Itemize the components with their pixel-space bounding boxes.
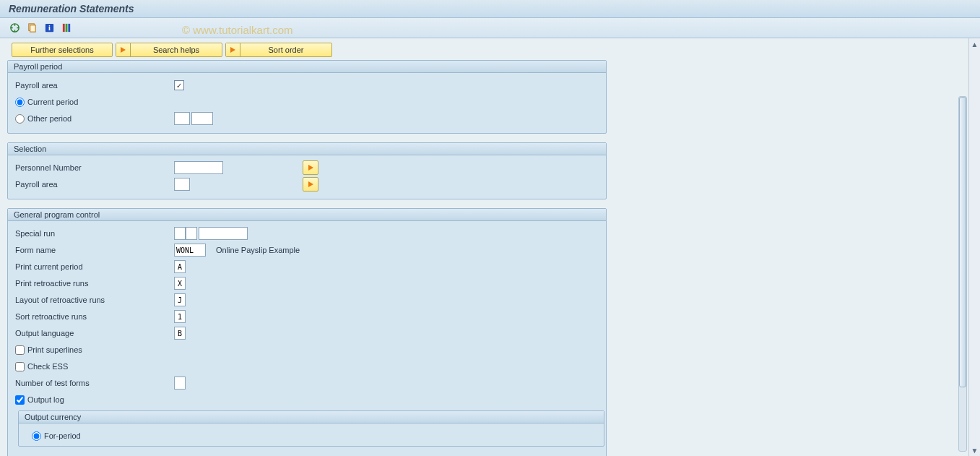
sort-order-button[interactable]: Sort order <box>225 43 332 57</box>
other-period-input-1[interactable] <box>174 112 190 125</box>
button-label: Sort order <box>240 46 331 54</box>
other-period-input-2[interactable] <box>191 112 213 125</box>
group-title: Output currency <box>19 411 604 423</box>
other-period-radio[interactable] <box>15 114 25 124</box>
personnel-number-more-button[interactable] <box>303 160 318 175</box>
print-superlines-checkbox[interactable] <box>15 345 25 355</box>
print-current-period-label: Print current period <box>14 262 174 271</box>
info-icon[interactable]: i <box>43 22 55 34</box>
inner-vertical-scrollbar[interactable] <box>958 96 967 452</box>
scroll-down-icon[interactable]: ▼ <box>969 444 981 456</box>
payroll-area-checkbox[interactable]: ✓ <box>174 80 184 90</box>
svg-rect-6 <box>65 24 67 32</box>
checkbox-label: Print superlines <box>27 345 82 354</box>
svg-rect-5 <box>62 24 64 32</box>
output-language-label: Output language <box>14 329 174 337</box>
special-run-input-2[interactable] <box>186 227 197 240</box>
selection-group: Selection Personnel Number Payroll area <box>7 142 607 199</box>
vertical-scrollbar[interactable]: ▲ ▼ <box>968 38 980 456</box>
app-toolbar: i <box>0 18 980 38</box>
scroll-up-icon[interactable]: ▲ <box>969 38 981 50</box>
special-run-input-1[interactable] <box>174 227 186 240</box>
special-run-label: Special run <box>14 229 174 238</box>
svg-rect-2 <box>30 25 35 32</box>
form-name-description: Online Payslip Example <box>216 246 300 254</box>
special-run-input-3[interactable] <box>199 227 248 240</box>
output-log-checkbox[interactable] <box>15 395 25 405</box>
arrow-right-icon <box>121 47 126 53</box>
group-title: General program control <box>8 209 606 221</box>
checkbox-label: Check ESS <box>27 362 68 371</box>
payroll-area-more-button[interactable] <box>303 177 318 192</box>
radio-label: Current period <box>27 98 78 106</box>
print-retroactive-runs-label: Print retroactive runs <box>14 279 174 288</box>
search-helps-button[interactable]: Search helps <box>116 43 222 57</box>
output-language-input[interactable] <box>174 327 186 340</box>
personnel-number-input[interactable] <box>174 161 223 174</box>
radio-label: Other period <box>27 114 71 123</box>
group-title: Payroll period <box>8 61 606 73</box>
page-title: Remuneration Statements <box>0 0 980 18</box>
general-program-control-group: General program control Special run Form… <box>7 208 607 456</box>
output-currency-group: Output currency For-period <box>18 410 604 447</box>
arrow-right-icon <box>308 165 313 171</box>
form-name-input[interactable] <box>174 244 206 257</box>
print-retroactive-runs-input[interactable] <box>174 277 186 290</box>
current-period-radio[interactable] <box>15 98 25 107</box>
layout-retroactive-runs-input[interactable] <box>174 293 186 306</box>
button-label: Search helps <box>131 46 222 54</box>
number-of-test-forms-input[interactable] <box>174 377 186 390</box>
further-selections-button[interactable]: Further selections <box>12 43 113 57</box>
form-name-label: Form name <box>14 246 174 254</box>
selection-button-row: Further selections Search helps Sort ord… <box>7 43 963 57</box>
payroll-period-group: Payroll period Payroll area ✓ Current pe… <box>7 60 607 134</box>
color-bars-icon[interactable] <box>61 22 72 34</box>
svg-text:i: i <box>48 24 51 32</box>
layout-retroactive-runs-label: Layout of retroactive runs <box>14 296 174 304</box>
arrow-right-icon <box>308 181 313 187</box>
arrow-right-icon <box>230 47 235 53</box>
payroll-area-label: Payroll area <box>14 81 174 90</box>
payroll-area-input[interactable] <box>174 178 190 191</box>
payroll-area-label: Payroll area <box>14 180 174 189</box>
checkbox-label: Output log <box>27 395 64 404</box>
number-of-test-forms-label: Number of test forms <box>14 379 174 387</box>
button-label: Further selections <box>30 46 93 54</box>
print-current-period-input[interactable] <box>174 260 186 273</box>
content-area: Further selections Search helps Sort ord… <box>0 38 980 456</box>
personnel-number-label: Personnel Number <box>14 163 174 172</box>
variant-icon[interactable] <box>26 22 38 34</box>
sort-retroactive-runs-label: Sort retroactive runs <box>14 312 174 321</box>
group-title: Selection <box>8 143 606 155</box>
sort-retroactive-runs-input[interactable] <box>174 310 186 323</box>
check-ess-checkbox[interactable] <box>15 362 25 371</box>
for-period-radio[interactable] <box>32 431 41 441</box>
radio-label: For-period <box>44 431 81 440</box>
svg-rect-7 <box>68 24 70 32</box>
execute-icon[interactable] <box>9 22 20 34</box>
